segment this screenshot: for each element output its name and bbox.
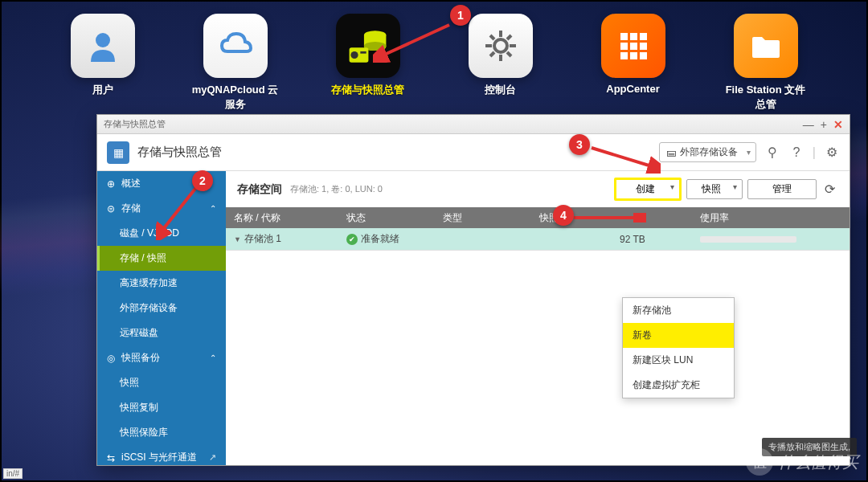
col-usage: 使用率 — [692, 211, 850, 225]
col-type: 类型 — [435, 211, 531, 225]
storage-manager-window: 存储与快照总管 — + ✕ ▦ 存储与快照总管 🖴 外部存储设备 ⚲ ? | ⚙ — [96, 114, 850, 466]
cloud-icon — [203, 14, 268, 78]
desktop-icon-label: AppCenter — [606, 83, 659, 95]
svg-line-11 — [490, 35, 494, 39]
desktop-icon-label: myQNAPcloud 云服务 — [191, 83, 280, 112]
status-path: in/# — [3, 468, 23, 479]
sidebar-iscsi[interactable]: ⇆iSCSI 与光纤通道↗ — [97, 445, 226, 465]
help-icon[interactable]: ? — [788, 145, 805, 161]
gear-icon — [469, 14, 533, 78]
external-storage-dropdown[interactable]: 🖴 外部存储设备 — [659, 142, 756, 162]
svg-line-13 — [507, 35, 511, 39]
sidebar-item-storage-snapshot[interactable]: 存储 / 快照 — [97, 246, 226, 271]
table-row[interactable]: ▼存储池 1 准备就绪 92 TB — [226, 228, 850, 251]
desktop-icon-label: 存储与快照总管 — [331, 83, 404, 97]
sidebar: ⊕ 概述 ⊜ 存储 ⌃ 磁盘 / VJBOD 存储 / 快照 高速缓存加速 外部… — [97, 171, 226, 465]
snapshot-button[interactable]: 快照 — [686, 179, 743, 199]
svg-point-0 — [96, 33, 110, 47]
window-titlebar[interactable]: 存储与快照总管 — + ✕ — [97, 115, 850, 134]
desktop-icon-label: File Station 文件总管 — [722, 83, 810, 112]
svg-rect-23 — [640, 52, 647, 59]
window-body: ⊕ 概述 ⊜ 存储 ⌃ 磁盘 / VJBOD 存储 / 快照 高速缓存加速 外部… — [97, 171, 850, 465]
sidebar-item-snapshot[interactable]: 快照 — [97, 370, 226, 395]
svg-rect-16 — [630, 33, 637, 40]
desktop-icon-user[interactable]: 用户 — [59, 14, 147, 112]
svg-rect-21 — [620, 52, 628, 59]
svg-rect-22 — [630, 52, 637, 59]
cell-usage — [692, 234, 850, 245]
annotation-badge-2: 2 — [192, 170, 213, 191]
external-link-icon: ↗ — [209, 452, 216, 463]
svg-line-12 — [507, 52, 511, 56]
watermark-badge-icon: 值 — [746, 448, 773, 476]
storage-manager-icon — [336, 14, 400, 78]
svg-rect-15 — [620, 33, 628, 40]
app-header-title: 存储与快照总管 — [137, 145, 222, 160]
desktop-icon-row: 用户 myQNAPcloud 云服务 存储与快照总管 控制台 AppCenter — [2, 14, 866, 112]
svg-line-14 — [490, 52, 494, 56]
close-button[interactable]: ✕ — [833, 119, 843, 130]
camera-icon: ◎ — [107, 353, 115, 364]
table-header: 名称 / 代称 状态 类型 快照 使用率 — [226, 207, 850, 228]
annotation-badge-1: 1 — [450, 5, 471, 26]
svg-rect-17 — [640, 33, 647, 40]
hdd-icon: 🖴 — [666, 147, 676, 158]
sidebar-item-external-storage[interactable]: 外部存储设备 — [97, 296, 226, 321]
app-header: ▦ 存储与快照总管 🖴 外部存储设备 ⚲ ? | ⚙ — [97, 134, 850, 171]
cell-capacity: 92 TB — [612, 234, 692, 245]
menu-new-volume[interactable]: 新卷 — [623, 323, 734, 348]
annotation-badge-3: 3 — [569, 134, 590, 155]
sidebar-item-cache-accel[interactable]: 高速缓存加速 — [97, 271, 226, 296]
cell-status: 准备就绪 — [338, 232, 435, 246]
refresh-icon[interactable]: ⟳ — [821, 182, 838, 197]
content-actions: 创建 快照 管理 ⟳ — [614, 178, 838, 201]
link-icon: ⇆ — [107, 452, 115, 464]
watermark: 值 什么值得买 — [746, 448, 858, 476]
cell-name: ▼存储池 1 — [226, 232, 338, 246]
svg-point-6 — [494, 39, 507, 52]
folder-icon — [734, 14, 798, 78]
menu-new-storage-pool[interactable]: 新存储池 — [623, 298, 734, 323]
maximize-button[interactable]: + — [821, 119, 827, 130]
col-name: 名称 / 代称 — [226, 211, 338, 225]
desktop-icon-app-center[interactable]: AppCenter — [589, 14, 678, 112]
menu-create-virtual-enclosure[interactable]: 创建虚拟扩充柜 — [623, 373, 734, 398]
svg-rect-5 — [360, 51, 366, 53]
svg-rect-18 — [620, 43, 628, 50]
window-title: 存储与快照总管 — [104, 118, 166, 130]
content-title: 存储空间 — [237, 182, 282, 197]
annotation-badge-4: 4 — [553, 205, 574, 226]
sidebar-item-disk-vjbod[interactable]: 磁盘 / VJBOD — [97, 221, 226, 246]
sidebar-item-remote-disk[interactable]: 远程磁盘 — [97, 321, 226, 345]
minimize-button[interactable]: — — [803, 119, 814, 130]
app-header-icon: ▦ — [107, 141, 129, 164]
desktop-icon-label: 用户 — [92, 83, 113, 97]
create-dropdown-menu: 新存储池 新卷 新建区块 LUN 创建虚拟扩充柜 — [622, 297, 735, 398]
desktop-icon-label: 控制台 — [485, 83, 516, 97]
desktop-icon-control-panel[interactable]: 控制台 — [457, 14, 545, 112]
sidebar-storage[interactable]: ⊜ 存储 ⌃ — [97, 196, 226, 221]
settings-gear-icon[interactable]: ⚙ — [824, 145, 840, 161]
wand-icon[interactable]: ⚲ — [764, 145, 780, 161]
sidebar-item-snapshot-vault[interactable]: 快照保险库 — [97, 420, 226, 445]
chevron-down-icon[interactable]: ▼ — [234, 235, 241, 243]
svg-point-4 — [350, 51, 358, 58]
desktop-icon-storage-manager[interactable]: 存储与快照总管 — [324, 14, 412, 112]
sidebar-item-snapshot-replica[interactable]: 快照复制 — [97, 395, 226, 420]
manage-button[interactable]: 管理 — [747, 179, 817, 199]
window-controls: — + ✕ — [803, 119, 843, 130]
content-subtitle: 存储池: 1, 卷: 0, LUN: 0 — [290, 183, 383, 195]
disk-stack-icon: ⊜ — [107, 203, 115, 214]
col-status: 状态 — [338, 211, 435, 225]
chevron-up-icon: ⌃ — [210, 204, 216, 213]
desktop-icon-file-station[interactable]: File Station 文件总管 — [722, 14, 810, 112]
sidebar-snapshot-backup[interactable]: ◎ 快照备份 ⌃ — [97, 345, 226, 370]
desktop-icon-myqnapcloud[interactable]: myQNAPcloud 云服务 — [191, 14, 280, 112]
desktop: 用户 myQNAPcloud 云服务 存储与快照总管 控制台 AppCenter — [0, 0, 868, 482]
svg-rect-19 — [630, 43, 637, 50]
chevron-up-icon: ⌃ — [210, 353, 216, 362]
user-icon — [71, 14, 135, 78]
menu-new-block-lun[interactable]: 新建区块 LUN — [623, 348, 734, 373]
apps-grid-icon — [601, 14, 665, 78]
create-button[interactable]: 创建 — [614, 178, 682, 201]
